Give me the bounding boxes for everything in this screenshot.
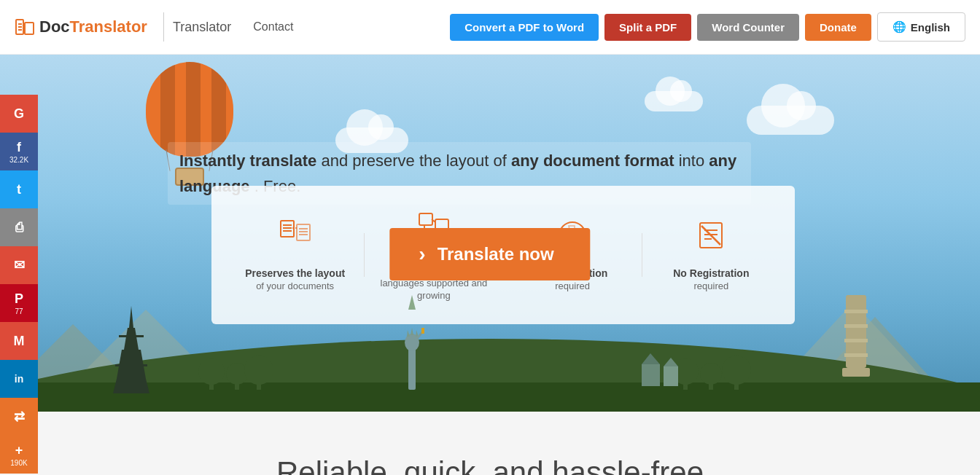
- nav-logo[interactable]: DocTranslator: [15, 17, 147, 36]
- nav-translator-link[interactable]: Translator: [173, 20, 231, 35]
- convert-pdf-button[interactable]: Convert a PDF to Word: [450, 14, 599, 41]
- svg-rect-46: [844, 353, 868, 357]
- translate-button-container: › Translate now: [389, 228, 590, 280]
- mail-icon: ✉: [14, 257, 25, 273]
- svg-rect-14: [419, 213, 432, 225]
- feature-layout-icon: [277, 217, 314, 258]
- svg-rect-44: [844, 324, 868, 328]
- twitter-icon: t: [17, 182, 21, 197]
- feature-no-register-icon: [693, 217, 729, 258]
- svg-rect-54: [683, 379, 688, 390]
- translate-arrow-icon: ›: [419, 243, 425, 266]
- social-mail[interactable]: ✉: [0, 246, 38, 284]
- linkedin-icon: in: [15, 373, 23, 385]
- social-sidebar: G f 32.2K t ⎙ ✉ P 77 M in ⇄ + 190K: [0, 95, 38, 474]
- google-icon: G: [14, 106, 24, 122]
- below-hero-heading: Reliable, quick, and hassle-free: [15, 455, 965, 475]
- social-facebook[interactable]: f 32.2K: [0, 133, 38, 170]
- gmail-icon: M: [14, 334, 25, 349]
- svg-rect-61: [664, 366, 678, 386]
- svg-rect-43: [844, 310, 868, 313]
- word-counter-button[interactable]: Word Counter: [697, 14, 799, 41]
- layout-icon-svg: [277, 217, 314, 254]
- hero-text-into: into: [679, 152, 709, 170]
- social-print[interactable]: ⎙: [0, 208, 38, 246]
- social-pinterest[interactable]: P 77: [0, 284, 38, 322]
- translate-now-label: Translate now: [438, 244, 554, 264]
- social-plus[interactable]: + 190K: [0, 436, 38, 474]
- social-linkedin[interactable]: in: [0, 360, 38, 398]
- logo-text: DocTranslator: [39, 17, 147, 36]
- svg-rect-40: [421, 328, 424, 334]
- svg-marker-30: [113, 379, 149, 393]
- landscape: [0, 266, 980, 412]
- translate-now-button[interactable]: › Translate now: [389, 228, 590, 280]
- social-twitter[interactable]: t: [0, 170, 38, 208]
- pinterest-icon: P: [15, 291, 23, 307]
- hero-text-instantly: Instantly translate: [179, 152, 316, 170]
- social-gmail[interactable]: M: [0, 322, 38, 360]
- nav-contact-link[interactable]: Contact: [253, 20, 293, 34]
- cloud-1: [747, 106, 834, 135]
- svg-rect-1: [25, 23, 34, 34]
- hero-text-and: and preserve the layout of: [321, 152, 511, 170]
- below-hero-section: Reliable, quick, and hassle-free Preserv…: [0, 412, 980, 475]
- navbar: DocTranslator Translator Contact Convert…: [0, 0, 980, 55]
- donate-button[interactable]: Donate: [805, 14, 871, 41]
- plus-count: 190K: [10, 459, 27, 467]
- svg-rect-58: [734, 377, 739, 390]
- split-pdf-button[interactable]: Split a PDF: [604, 14, 691, 41]
- language-selector-button[interactable]: 🌐 English: [877, 12, 965, 42]
- svg-marker-35: [408, 295, 416, 310]
- no-register-icon-svg: [693, 217, 729, 254]
- plus-icon: +: [15, 443, 23, 458]
- logo-icon: [15, 18, 35, 36]
- share-icon: ⇄: [14, 409, 25, 425]
- cloud-2: [645, 91, 703, 111]
- social-google[interactable]: G: [0, 95, 38, 133]
- svg-rect-59: [642, 364, 660, 386]
- hero-section: Instantly translate and preserve the lay…: [0, 55, 980, 412]
- svg-marker-27: [129, 306, 133, 328]
- svg-marker-36: [411, 328, 413, 335]
- nav-divider: [163, 12, 164, 42]
- svg-rect-33: [408, 346, 416, 390]
- facebook-icon: f: [17, 140, 21, 155]
- globe-icon: 🌐: [892, 20, 906, 34]
- svg-rect-31: [119, 335, 144, 337]
- svg-rect-50: [235, 381, 239, 390]
- svg-rect-52: [257, 377, 261, 390]
- svg-rect-56: [709, 381, 713, 390]
- svg-rect-32: [115, 364, 147, 366]
- landscape-svg: [0, 266, 980, 412]
- pinterest-count: 77: [15, 307, 23, 315]
- facebook-count: 32.2K: [9, 156, 28, 164]
- svg-marker-37: [407, 330, 410, 337]
- social-share[interactable]: ⇄: [0, 398, 38, 436]
- hero-text-format: any document format: [511, 152, 674, 170]
- svg-rect-48: [209, 379, 214, 390]
- print-icon: ⎙: [15, 220, 23, 235]
- svg-rect-42: [842, 368, 870, 377]
- svg-rect-45: [844, 339, 868, 342]
